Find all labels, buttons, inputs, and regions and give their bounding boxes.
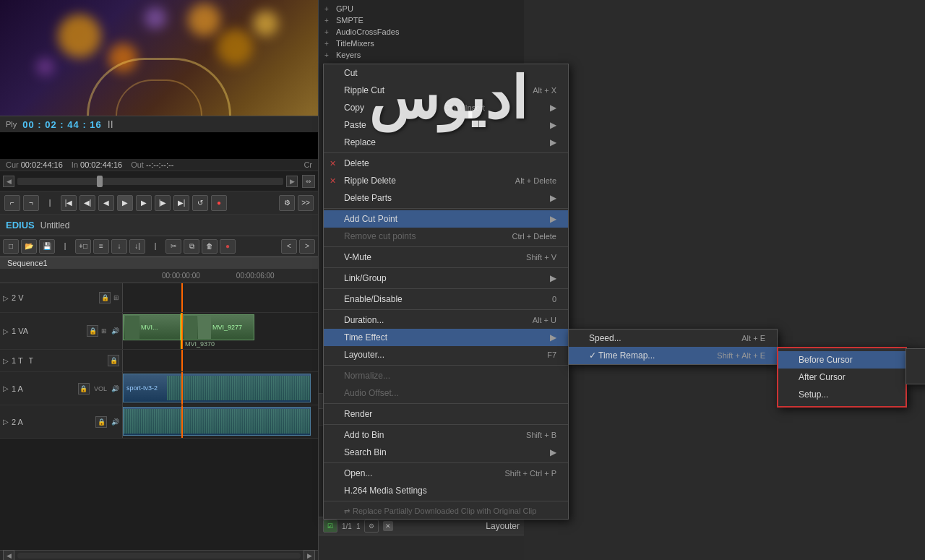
loop-btn[interactable]: ↺ [192, 195, 208, 211]
menu-add-cut-point[interactable]: Add Cut Point ▶ [324, 210, 568, 228]
track-2v-expand[interactable]: ▷ [3, 294, 9, 302]
before-after-submenu[interactable]: Before Cursor After Cursor Setup... [777, 347, 907, 408]
mark-in-btn[interactable]: ⌐ [4, 195, 20, 211]
menu-render[interactable]: Render [324, 405, 568, 423]
tb-more2[interactable]: > [299, 239, 315, 254]
audiocross-expander[interactable]: + [324, 28, 333, 36]
render-btn[interactable]: ● [220, 239, 236, 254]
menu-paste[interactable]: Paste ▶ [324, 116, 568, 134]
menu-cut[interactable]: Cut [324, 64, 568, 82]
track-1t-content[interactable] [123, 350, 318, 371]
layouter-settings[interactable]: ⚙ [364, 520, 379, 533]
track-1a-content[interactable]: sport-tv3-2 [123, 372, 318, 405]
pause-button[interactable]: II [108, 119, 113, 130]
step-back-btn[interactable]: ◀| [79, 195, 95, 211]
menu-replace-download[interactable]: ⇄ Replace Partially Downloaded Clip with… [324, 503, 568, 519]
menu-linkgroup[interactable]: Link/Group ▶ [324, 270, 568, 287]
track-1t-expand[interactable]: ▷ [3, 357, 9, 365]
submenu-before-cursor[interactable]: Before Cursor [778, 351, 905, 369]
sequence-btn[interactable]: ≡ [93, 239, 109, 254]
menu-ripple-delete[interactable]: ✕ Ripple Delete Alt + Delete [324, 172, 568, 189]
submenu-setup[interactable]: Setup... [778, 386, 905, 403]
layouter-close[interactable]: ✕ [383, 521, 393, 531]
scrubber-bar[interactable]: ◀ ▶ ⇔ [0, 171, 318, 191]
submenu-after-cursor[interactable]: After Cursor [778, 369, 905, 386]
track-2v-expand2[interactable]: ⊞ [113, 294, 119, 301]
clip-mvi1[interactable]: MVI... [123, 314, 181, 340]
menu-delete[interactable]: ✕ Delete [324, 155, 568, 172]
save-btn[interactable]: 💾 [39, 239, 55, 254]
track-2v-content[interactable] [123, 283, 318, 312]
layouter-check[interactable]: ☑ [323, 520, 337, 533]
play-btn[interactable]: ▶ [117, 195, 133, 211]
track-1va-expand[interactable]: ▷ [3, 327, 9, 335]
mark-out-btn[interactable]: ¬ [23, 195, 39, 211]
rec-btn[interactable]: ● [211, 195, 227, 211]
scrubber-track[interactable] [17, 178, 283, 185]
track-1a-expand[interactable]: ▷ [3, 384, 9, 392]
clip-2a[interactable] [123, 407, 311, 436]
smpte-expander[interactable]: + [324, 17, 333, 25]
field-option-item[interactable]: Field Option... [906, 366, 925, 384]
menu-normalize[interactable]: Normalize... [324, 367, 568, 384]
submenu-speed[interactable]: Speed... Alt + E [569, 329, 777, 347]
track-1a-audio2[interactable]: 🔊 [111, 385, 119, 392]
scroll-track[interactable] [17, 553, 301, 559]
freeze-submenu[interactable]: Freeze Frame ▶ Field Option... [905, 348, 925, 384]
menu-vmute[interactable]: V-Mute Shift + V [324, 249, 568, 266]
more-btn[interactable]: >> [298, 195, 314, 211]
track-2v-lock[interactable]: 🔒 [99, 292, 111, 303]
scroll-right-btn[interactable]: ▶ [304, 550, 315, 561]
tree-item-titlemixers[interactable]: + TitleMixers [322, 38, 521, 49]
scrubber-handle[interactable] [97, 176, 103, 187]
overwrite-btn[interactable]: ↓ [111, 239, 127, 254]
tree-item-gpu[interactable]: + GPU [322, 3, 521, 14]
track-2a-audio3[interactable]: 🔊 [111, 418, 119, 426]
scrubber-right[interactable]: ▶ [286, 176, 298, 187]
menu-delete-parts[interactable]: Delete Parts ▶ [324, 189, 568, 207]
track-1va-lock[interactable]: 🔒 [87, 325, 98, 337]
tb-more1[interactable]: < [281, 239, 297, 254]
submenu-timeremap[interactable]: ✓ Time Remap... Shift + Alt + E Before C… [569, 347, 777, 364]
scrubber-left[interactable]: ◀ [3, 176, 14, 187]
tree-item-smpte[interactable]: + SMPTE [322, 14, 521, 26]
track-1va-sync[interactable]: ⊞ [101, 327, 107, 335]
next-frame-btn[interactable]: ▶ [136, 195, 152, 211]
go-end-btn[interactable]: ▶| [173, 195, 189, 211]
menu-duration[interactable]: Duration... Alt + U [324, 311, 568, 329]
new-btn[interactable]: □ [3, 239, 19, 254]
context-menu[interactable]: Cut Ripple Cut Alt + X Copy Ctrl + Inser… [323, 64, 569, 520]
menu-layouter[interactable]: Layouter... F7 [324, 346, 568, 363]
delete-btn[interactable]: 🗑 [202, 239, 218, 254]
step-fwd-btn[interactable]: |▶ [155, 195, 171, 211]
tree-item-keyers[interactable]: + Keyers [322, 49, 521, 61]
titlemixers-expander[interactable]: + [324, 40, 333, 48]
gpu-expander[interactable]: + [324, 5, 333, 13]
menu-remove-cut[interactable]: Remove cut points Ctrl + Delete [324, 228, 568, 245]
track-1a-lock[interactable]: 🔒 [78, 383, 90, 395]
keyers-expander[interactable]: + [324, 51, 333, 59]
track-1va-audio[interactable]: 🔊 [111, 327, 119, 335]
sequence-tab[interactable]: Sequence1 [0, 257, 318, 269]
tree-item-audiocross[interactable]: + AudioCrossFades [322, 26, 521, 38]
go-start-btn[interactable]: |◀ [61, 195, 77, 211]
settings-btn[interactable]: ⚙ [279, 195, 295, 211]
track-2a-expand[interactable]: ▷ [3, 418, 9, 426]
scrubber-extra[interactable]: ⇔ [302, 175, 315, 188]
clip-sport[interactable]: sport-tv3-2 [123, 374, 311, 402]
menu-replace[interactable]: Replace ▶ [324, 134, 568, 151]
clip-mvi2[interactable]: MVI_9277 [182, 314, 254, 340]
prev-frame-btn[interactable]: ◀ [98, 195, 114, 211]
menu-h264[interactable]: H.264 Media Settings [324, 482, 568, 499]
time-effect-submenu[interactable]: Speed... Alt + E ✓ Time Remap... Shift +… [568, 329, 778, 365]
menu-audio-offset[interactable]: Audio Offset... [324, 384, 568, 402]
cut-btn[interactable]: ✂ [165, 239, 181, 254]
copy-btn[interactable]: ⧉ [184, 239, 199, 254]
track-2a-content[interactable] [123, 405, 318, 438]
menu-copy[interactable]: Copy Ctrl + Insert ▶ [324, 99, 568, 116]
freeze-frame-item[interactable]: Freeze Frame ▶ [906, 349, 925, 366]
bottom-scrollbar[interactable]: ◀ ▶ [0, 550, 318, 560]
menu-add-bin[interactable]: Add to Bin Shift + B [324, 426, 568, 444]
menu-enable[interactable]: Enable/Disable 0 [324, 290, 568, 308]
track-1a-vol[interactable]: VOL [94, 385, 107, 392]
